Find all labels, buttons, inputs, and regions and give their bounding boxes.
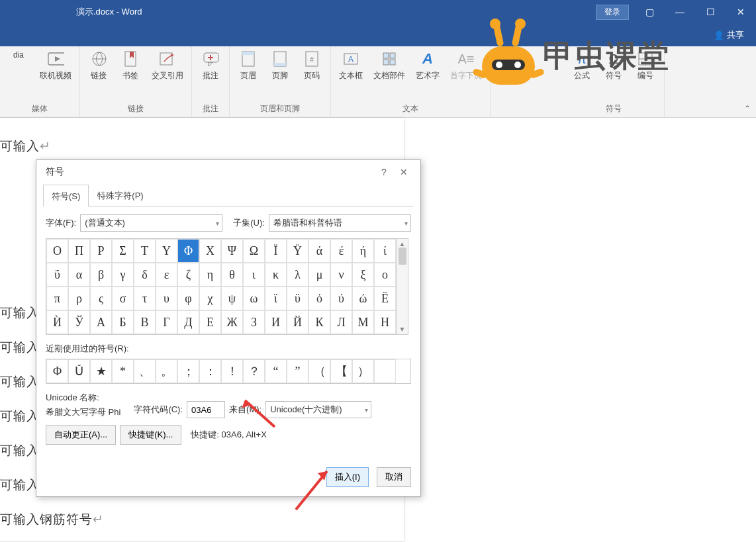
symbol-cell[interactable]: ώ (352, 287, 374, 310)
symbol-cell[interactable]: φ (177, 287, 199, 310)
symbol-cell[interactable]: Й (287, 310, 308, 334)
scroll-up-icon[interactable]: ▲ (399, 240, 406, 248)
symbol-cell[interactable]: γ (112, 263, 134, 287)
symbol-cell[interactable]: τ (134, 287, 156, 310)
insert-button[interactable]: 插入(I) (326, 467, 369, 487)
symbol-cell[interactable]: ϊ (265, 287, 287, 310)
symbol-cell[interactable]: ή (352, 239, 374, 263)
ribbon-comment[interactable]: 批注 (196, 48, 225, 84)
symbol-cell[interactable]: Χ (199, 239, 221, 263)
symbol-cell[interactable]: θ (221, 263, 243, 287)
cancel-button[interactable]: 取消 (377, 467, 411, 487)
recent-symbol-cell[interactable]: ！ (221, 359, 243, 383)
recent-symbol-cell[interactable]: * (112, 359, 134, 383)
symbol-cell[interactable]: κ (265, 263, 287, 287)
symbol-cell[interactable]: Φ (177, 239, 199, 263)
subset-combo[interactable]: 希腊语和科普特语▾ (269, 214, 411, 232)
shortcutkey-button[interactable]: 快捷键(K)... (120, 425, 181, 445)
recent-symbol-cell[interactable]: ； (177, 359, 199, 383)
symbol-cell[interactable]: α (68, 263, 90, 287)
symbol-cell[interactable]: М (352, 310, 374, 334)
recent-symbol-cell[interactable]: ） (352, 359, 374, 383)
from-combo[interactable]: Unicode(十六进制)▾ (265, 401, 371, 418)
close-icon[interactable]: ✕ (726, 0, 756, 24)
ribbon-header[interactable]: 页眉 (234, 48, 263, 84)
symbol-cell[interactable]: Ё (374, 287, 396, 310)
symbol-cell[interactable]: ι (243, 263, 265, 287)
symbol-cell[interactable]: ο (374, 263, 396, 287)
symbol-cell[interactable]: Ψ (221, 239, 243, 263)
symbol-cell[interactable]: В (134, 310, 156, 334)
ribbon-wordart[interactable]: A 艺术字 (412, 48, 444, 84)
symbol-cell[interactable]: Б (112, 310, 134, 334)
symbol-cell[interactable]: ί (374, 239, 396, 263)
symbol-cell[interactable]: ν (330, 263, 352, 287)
symbol-cell[interactable]: И (265, 310, 287, 334)
ribbon-textbox[interactable]: A 文本框 (335, 48, 367, 84)
symbol-cell[interactable]: Τ (134, 239, 156, 263)
recent-symbol-cell[interactable] (374, 359, 396, 383)
recent-symbol-cell[interactable]: 。 (156, 359, 177, 383)
symbol-cell[interactable]: ΰ (46, 263, 68, 287)
share-button[interactable]: 👤 共享 (714, 29, 744, 41)
ribbon-quickparts[interactable]: 文档部件 (369, 48, 409, 84)
symbol-cell[interactable]: К (308, 310, 330, 334)
login-button[interactable]: 登录 (596, 5, 629, 20)
symbol-cell[interactable]: ρ (68, 287, 90, 310)
symbol-cell[interactable]: А (90, 310, 112, 334)
recent-symbol-cell[interactable]: 【 (330, 359, 352, 383)
scroll-thumb[interactable] (399, 248, 406, 265)
ribbon-pagenum[interactable]: # 页码 (297, 48, 326, 84)
symbol-cell[interactable]: Σ (112, 239, 134, 263)
dialog-close-icon[interactable]: ✕ (394, 167, 414, 177)
symbol-cell[interactable]: χ (199, 287, 221, 310)
symbol-cell[interactable]: З (243, 310, 265, 334)
symbol-cell[interactable]: Н (374, 310, 396, 334)
symbol-cell[interactable]: ζ (177, 263, 199, 287)
ribbon-crossref[interactable]: 交叉引用 (148, 48, 187, 84)
help-icon[interactable]: ? (374, 167, 394, 177)
symbol-cell[interactable]: ύ (330, 287, 352, 310)
symbol-cell[interactable]: Ў (68, 310, 90, 334)
symbol-cell[interactable]: ς (90, 287, 112, 310)
ribbon-media-prev[interactable]: dia (4, 48, 33, 62)
recent-symbol-cell[interactable]: “ (265, 359, 287, 383)
recent-symbol-cell[interactable]: 、 (134, 359, 156, 383)
ribbon-footer[interactable]: 页脚 (265, 48, 295, 84)
recent-symbol-cell[interactable]: Φ (46, 359, 68, 383)
ribbon-online-video[interactable]: 联机视频 (36, 48, 75, 84)
symbol-cell[interactable]: μ (308, 263, 330, 287)
symbol-cell[interactable]: ω (243, 287, 265, 310)
charcode-input[interactable] (187, 401, 225, 418)
symbol-cell[interactable]: Е (199, 310, 221, 334)
maximize-icon[interactable]: ☐ (695, 0, 726, 24)
symbol-cell[interactable]: ϋ (287, 287, 308, 310)
font-combo[interactable]: (普通文本)▾ (80, 214, 222, 232)
recent-symbol-cell[interactable]: ？ (243, 359, 265, 383)
autocorrect-button[interactable]: 自动更正(A)... (46, 425, 116, 445)
symbol-cell[interactable]: ψ (221, 287, 243, 310)
symbol-cell[interactable]: λ (287, 263, 308, 287)
symbol-cell[interactable]: σ (112, 287, 134, 310)
recent-symbol-cell[interactable]: ” (287, 359, 308, 383)
symbol-cell[interactable]: Ω (243, 239, 265, 263)
scroll-down-icon[interactable]: ▼ (399, 326, 406, 333)
symbol-cell[interactable]: ό (308, 287, 330, 310)
symbol-cell[interactable]: Ϊ (265, 239, 287, 263)
symbol-cell[interactable]: Г (156, 310, 177, 334)
symbol-cell[interactable]: Ѝ (46, 310, 68, 334)
symbol-cell[interactable]: Ο (46, 239, 68, 263)
ribbon-collapse-icon[interactable]: ⌃ (744, 104, 751, 113)
ribbon-bookmark[interactable]: 书签 (116, 48, 145, 84)
symbol-cell[interactable]: δ (134, 263, 156, 287)
tab-symbols[interactable]: 符号(S) (43, 185, 89, 206)
symbol-cell[interactable]: Ϋ (287, 239, 308, 263)
symbol-cell[interactable]: ά (308, 239, 330, 263)
recent-symbol-cell[interactable]: （ (308, 359, 330, 383)
symbol-cell[interactable]: Ж (221, 310, 243, 334)
recent-symbol-cell[interactable]: Ǔ (68, 359, 90, 383)
symbol-cell[interactable]: έ (330, 239, 352, 263)
recent-symbol-cell[interactable]: ★ (90, 359, 112, 383)
tab-special[interactable]: 特殊字符(P) (89, 184, 152, 206)
recent-symbol-cell[interactable]: ： (199, 359, 221, 383)
